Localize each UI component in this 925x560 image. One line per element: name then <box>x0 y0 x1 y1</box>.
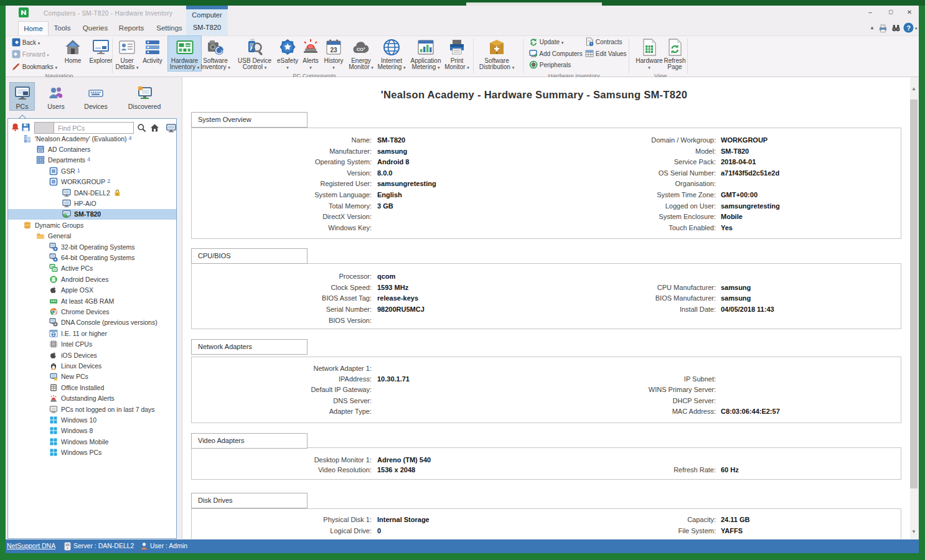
svg-text:?: ? <box>906 24 911 32</box>
svg-text:23: 23 <box>330 47 337 54</box>
svg-text:CO²: CO² <box>357 47 365 52</box>
